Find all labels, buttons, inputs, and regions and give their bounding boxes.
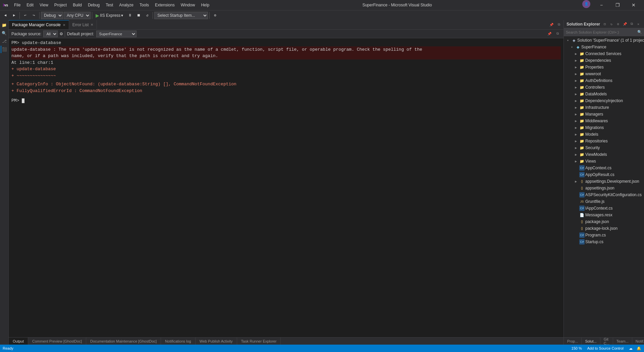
tree-item[interactable]: {}appsettings.json	[564, 185, 644, 191]
se-search-input[interactable]	[566, 30, 636, 34]
menu-analyze[interactable]: Analyze	[116, 2, 136, 8]
tree-item-project[interactable]: ▾ ◆ SuperFinance	[564, 44, 644, 50]
status-source-control[interactable]: Add to Source Control	[586, 346, 625, 350]
pause-icon[interactable]: ⏸	[126, 11, 134, 19]
tab-doc-maintenance[interactable]: Documentation Maintenance [GhostDoc]	[86, 338, 161, 345]
redo-icon[interactable]: ↪	[30, 11, 38, 19]
settings-gear-icon[interactable]: ⚙	[60, 31, 62, 37]
undo-icon[interactable]: ↩	[21, 11, 29, 19]
tree-item[interactable]: ▶📁Models	[564, 131, 644, 138]
sidebar-git-icon[interactable]: ⎇	[1, 38, 8, 45]
tree-item[interactable]: ▶📁DataModels	[564, 91, 644, 97]
startup-item-dropdown[interactable]: Select Startup Item...	[154, 12, 208, 19]
se-collapse-icon[interactable]: ⊟	[602, 21, 608, 27]
package-manager-tab-close[interactable]: ✕	[63, 23, 65, 27]
tree-item[interactable]: ▶📁Middlewares	[564, 118, 644, 124]
tree-item[interactable]: ▶📁ViewModels	[564, 151, 644, 158]
sidebar-solution-icon[interactable]: 📁	[1, 21, 8, 29]
tree-item[interactable]: C#Program.cs	[564, 232, 644, 238]
tree-item[interactable]: ▶📁Views	[564, 158, 644, 165]
tab-comment-preview[interactable]: Comment Preview [GhostDoc]	[28, 338, 86, 345]
menu-view[interactable]: View	[37, 2, 51, 8]
tree-item[interactable]: C#AppOpResult.cs	[564, 171, 644, 178]
se-pin-icon[interactable]: 📌	[622, 21, 628, 27]
console-pin-icon[interactable]: 📌	[546, 31, 553, 37]
tree-file-icon: C#	[579, 239, 585, 245]
sidebar-search-icon[interactable]: 🔍	[1, 30, 8, 37]
tree-item-label: Security	[585, 145, 600, 150]
tree-item[interactable]: ▶📁Connected Services	[564, 50, 644, 57]
tab-output[interactable]: Output	[9, 338, 28, 345]
tree-item[interactable]: C#ASPSecurityKitConfiguration.cs	[564, 191, 644, 198]
se-close-icon[interactable]: ✕	[635, 21, 641, 27]
tree-item[interactable]: JSGruntfile.js	[564, 198, 644, 205]
tree-item[interactable]: ▶📁Properties	[564, 64, 644, 71]
error-list-tab[interactable]: Error List ✕	[69, 20, 97, 29]
tree-item[interactable]: ▶📁Security	[564, 144, 644, 151]
left-sidebar: 📁 🔍 ⎇ ⬛	[0, 20, 9, 345]
menu-file[interactable]: File	[11, 2, 23, 8]
tree-item[interactable]: ▶{}appsettings.Development.json	[564, 178, 644, 185]
se-settings-icon[interactable]: ⚙	[615, 21, 621, 27]
tab-task-runner[interactable]: Task Runner Explorer	[237, 338, 281, 345]
tree-chevron-icon: ▶	[573, 152, 579, 157]
menu-project[interactable]: Project	[52, 2, 69, 8]
package-source-label: Package source:	[11, 32, 41, 36]
tab-notifications-log[interactable]: Notifications log	[161, 338, 196, 345]
start-button[interactable]: ▶ IIS Express ▾	[94, 12, 125, 19]
sidebar-console-icon[interactable]: ⬛	[1, 46, 8, 53]
tree-item[interactable]: ▶📁AuthDefinitions	[564, 77, 644, 84]
tree-item[interactable]: ▶📁Dependencies	[564, 57, 644, 64]
tab-float-icon[interactable]: ⧉	[555, 21, 562, 28]
se-refresh-icon[interactable]: ↻	[608, 21, 614, 27]
package-source-dropdown[interactable]: All	[43, 31, 58, 37]
tab-pin-icon[interactable]: 📌	[548, 21, 555, 28]
debug-config-dropdown[interactable]: Debug	[41, 12, 63, 19]
console-float-icon[interactable]: ⧉	[554, 31, 561, 37]
tree-item[interactable]: ▶📁Infrastructure	[564, 104, 644, 111]
package-manager-tab[interactable]: Package Manager Console ✕	[9, 20, 69, 29]
tree-item[interactable]: ▶📁wwwroot	[564, 71, 644, 77]
minimize-button[interactable]: −	[594, 0, 609, 10]
right-tab-solution[interactable]: Solut...	[582, 338, 600, 345]
error-list-tab-close[interactable]: ✕	[91, 23, 93, 27]
menu-window[interactable]: Window	[178, 2, 198, 8]
tree-item[interactable]: C#Startup.cs	[564, 238, 644, 245]
stop-icon[interactable]: ⏹	[135, 11, 143, 19]
right-tab-prop[interactable]: Prop...	[564, 338, 582, 345]
tab-web-publish[interactable]: Web Publish Activity	[196, 338, 237, 345]
tree-item[interactable]: ▶📁Migrations	[564, 124, 644, 131]
menu-build[interactable]: Build	[70, 2, 85, 8]
right-tab-notif[interactable]: Notif...	[632, 338, 644, 345]
tree-item[interactable]: 📄Messages.resx	[564, 212, 644, 218]
tree-item[interactable]: ▶📁Repositories	[564, 138, 644, 144]
menu-test[interactable]: Test	[103, 2, 116, 8]
user-avatar[interactable]: 👤	[582, 0, 590, 8]
forward-button[interactable]: ►	[10, 11, 18, 19]
menu-help[interactable]: Help	[198, 2, 212, 8]
tree-item[interactable]: ▶📁DependencyInjection	[564, 97, 644, 104]
right-tab-git[interactable]: Git C...	[600, 338, 613, 345]
default-project-dropdown[interactable]: SuperFinance	[96, 31, 137, 37]
restore-button[interactable]: ❐	[610, 0, 625, 10]
tree-item-solution[interactable]: ▾ ◈ Solution 'SuperFinance' (1 of 1 proj…	[564, 37, 644, 44]
tree-item[interactable]: ▶📁Managers	[564, 111, 644, 118]
settings-icon[interactable]: ⚙	[211, 11, 219, 19]
menu-edit[interactable]: Edit	[24, 2, 36, 8]
close-button[interactable]: ✕	[626, 0, 641, 10]
tree-item[interactable]: ▶📁Controllers	[564, 84, 644, 91]
tree-item[interactable]: {}package.json	[564, 218, 644, 225]
menu-extensions[interactable]: Extensions	[152, 2, 177, 8]
menu-tools[interactable]: Tools	[137, 2, 152, 8]
right-tab-team[interactable]: Team...	[613, 338, 632, 345]
restart-icon[interactable]: ↺	[143, 11, 151, 19]
tree-item[interactable]: C#IAppContext.cs	[564, 205, 644, 212]
se-float-icon[interactable]: ⧉	[629, 21, 635, 27]
console-output[interactable]: PM> update-database update-database : Th…	[9, 38, 564, 337]
tree-item[interactable]: {}package-lock.json	[564, 225, 644, 232]
menu-debug[interactable]: Debug	[85, 2, 102, 8]
platform-dropdown[interactable]: Any CPU	[64, 12, 91, 19]
tree-file-icon: 📁	[579, 85, 585, 90]
tree-item[interactable]: C#AppContext.cs	[564, 165, 644, 171]
back-button[interactable]: ◄	[1, 11, 9, 19]
